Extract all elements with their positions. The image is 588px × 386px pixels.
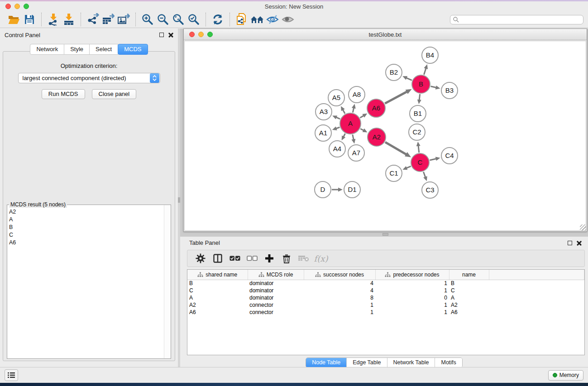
table-cell[interactable]: 1	[304, 301, 375, 309]
graph-node[interactable]: A6	[367, 99, 385, 117]
graph-node[interactable]: A7	[348, 145, 364, 161]
tab-style[interactable]: Style	[64, 44, 90, 55]
table-cell[interactable]: A6	[449, 309, 489, 316]
table-cell[interactable]: A2	[449, 301, 489, 309]
horizontal-splitter[interactable]	[180, 232, 588, 237]
graph-node[interactable]: D	[315, 181, 331, 198]
column-header[interactable]: MCDS role	[248, 270, 304, 280]
table-cell[interactable]: A2	[187, 301, 248, 309]
graph-node[interactable]: A8	[349, 86, 365, 103]
table-cell[interactable]: C	[449, 287, 489, 294]
first-neighbors-button[interactable]	[249, 13, 265, 26]
table-row[interactable]: Adominator80A	[187, 294, 584, 301]
column-header[interactable]: successor nodes	[304, 270, 375, 280]
graph-edge[interactable]	[430, 159, 436, 161]
node-table-body[interactable]: Bdominator41BCdominator41CAdominator80AA…	[187, 280, 584, 316]
table-cell[interactable]: B	[187, 280, 248, 287]
graph-node[interactable]: A	[340, 113, 361, 134]
graph-node[interactable]: A1	[315, 125, 331, 141]
close-panel-button[interactable]: Close panel	[92, 89, 137, 99]
column-header[interactable]: predecessor nodes	[375, 270, 449, 280]
tab-motifs[interactable]: Motifs	[435, 358, 462, 367]
zoom-in-button[interactable]	[140, 13, 155, 26]
table-cell[interactable]: connector	[248, 301, 304, 309]
graph-node[interactable]: A3	[316, 104, 332, 120]
table-cell[interactable]: dominator	[248, 287, 304, 294]
export-image-button[interactable]	[116, 13, 131, 26]
column-header[interactable]: shared name	[187, 270, 248, 280]
network-window-titlebar[interactable]: testGlobe.txt	[184, 29, 587, 40]
table-cell[interactable]: 1	[304, 309, 375, 316]
table-cell[interactable]: 1	[375, 287, 449, 294]
export-network-button[interactable]	[85, 13, 100, 26]
choose-columns-button[interactable]	[210, 252, 225, 265]
table-cell[interactable]: dominator	[248, 294, 304, 301]
search-input[interactable]	[450, 15, 583, 24]
graph-node[interactable]: C3	[422, 182, 438, 198]
graph-node[interactable]: A5	[328, 90, 344, 106]
table-cell[interactable]: 1	[375, 301, 449, 309]
import-network-button[interactable]	[46, 13, 61, 26]
table-cell[interactable]: connector	[248, 309, 304, 316]
graph-edge[interactable]	[385, 91, 407, 104]
network-graph[interactable]: AA1A2A3A4A5A6A7A8BB1B2B3B4CC1C2C3C4DD1	[185, 41, 586, 231]
table-row[interactable]: A6connector11A6	[187, 309, 584, 316]
table-cell[interactable]: C	[187, 287, 248, 294]
select-all-checkboxes-button[interactable]	[227, 252, 243, 265]
table-cell[interactable]: 4	[304, 287, 375, 294]
show-all-button[interactable]	[280, 13, 296, 26]
graph-node[interactable]: A4	[329, 141, 345, 157]
show-panels-menu-button[interactable]	[5, 369, 18, 381]
table-cell[interactable]: 1	[375, 309, 449, 316]
graph-edge[interactable]	[430, 86, 436, 88]
resize-grip-icon[interactable]	[580, 224, 586, 231]
memory-button[interactable]: Memory	[548, 370, 583, 381]
tab-mcds[interactable]: MCDS	[118, 44, 148, 55]
graph-node[interactable]: D1	[344, 181, 360, 198]
close-panel-icon[interactable]	[577, 240, 582, 245]
mcds-result-item[interactable]: C	[7, 231, 163, 238]
table-cell[interactable]: A	[449, 294, 489, 301]
float-panel-icon[interactable]	[159, 33, 164, 37]
graph-node[interactable]: A2	[368, 128, 386, 146]
criterion-dropdown[interactable]: largest connected component (directed)	[18, 73, 160, 83]
result-scrollbar[interactable]	[164, 205, 171, 358]
mcds-result-item[interactable]: B	[7, 223, 163, 231]
mcds-result-item[interactable]: A	[7, 215, 163, 223]
deselect-all-checkboxes-button[interactable]	[244, 252, 260, 265]
table-row[interactable]: Bdominator41B	[187, 280, 584, 287]
graph-node[interactable]: B	[412, 75, 430, 93]
zoom-selected-button[interactable]	[186, 13, 201, 26]
graph-edge[interactable]	[423, 172, 425, 178]
hide-selection-button[interactable]	[265, 13, 280, 26]
table-cell[interactable]: dominator	[248, 280, 304, 287]
graph-edge[interactable]	[419, 94, 420, 100]
table-row[interactable]: A2connector11A2	[187, 301, 584, 309]
table-settings-button[interactable]	[193, 252, 208, 265]
create-column-button[interactable]	[262, 252, 277, 265]
delete-columns-button[interactable]	[279, 252, 294, 265]
function-builder-button[interactable]: f(x)	[313, 252, 329, 265]
open-session-button[interactable]	[6, 13, 22, 26]
graph-edge[interactable]	[385, 142, 407, 155]
graph-node[interactable]: C	[411, 153, 429, 172]
graph-node[interactable]: C2	[409, 124, 425, 140]
table-cell[interactable]: 1	[375, 280, 449, 287]
table-cell[interactable]: 4	[304, 280, 375, 287]
graph-node[interactable]: B2	[386, 64, 402, 81]
table-cell[interactable]: 0	[375, 294, 449, 301]
splitter-handle[interactable]	[382, 233, 388, 236]
network-canvas[interactable]: AA1A2A3A4A5A6A7A8BB1B2B3B4CC1C2C3C4DD1	[184, 41, 586, 231]
delete-table-button[interactable]	[296, 252, 311, 265]
graph-node[interactable]: B1	[410, 105, 426, 122]
new-network-from-selection-button[interactable]	[234, 13, 249, 26]
column-header[interactable]: name	[449, 270, 489, 280]
run-mcds-button[interactable]: Run MCDS	[42, 89, 85, 99]
save-session-button[interactable]	[22, 13, 37, 26]
mcds-result-list[interactable]: A2ABCA6	[7, 208, 163, 358]
close-panel-icon[interactable]	[168, 33, 173, 38]
import-table-button[interactable]	[61, 13, 76, 26]
tab-network[interactable]: Network	[30, 44, 64, 55]
float-panel-icon[interactable]	[568, 241, 572, 245]
graph-node[interactable]: C4	[441, 148, 458, 164]
